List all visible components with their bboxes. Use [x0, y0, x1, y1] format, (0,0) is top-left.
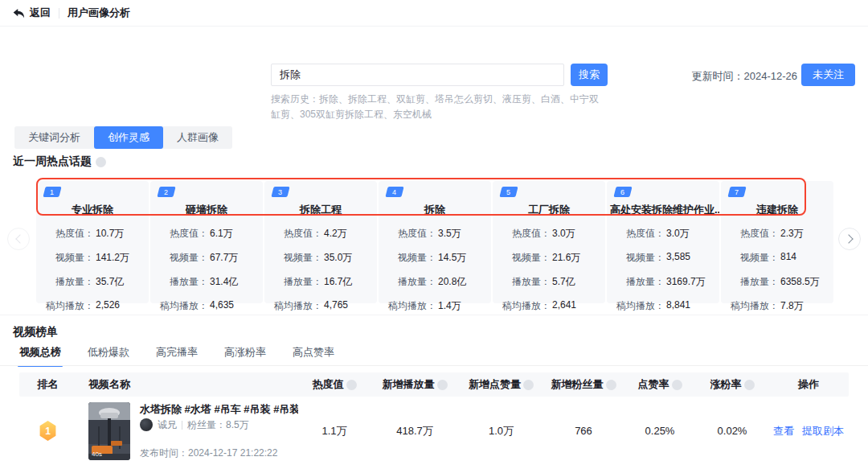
page-title: 用户画像分析: [68, 6, 130, 20]
info-icon: [523, 380, 534, 390]
col-new-likes: 新增点赞量: [459, 377, 543, 392]
cell-new-plays: 418.7万: [371, 424, 459, 438]
topic-rank-badge: 1: [43, 187, 61, 197]
carousel-prev-button[interactable]: [7, 228, 30, 250]
tab-low-fans-hit[interactable]: 低粉爆款: [88, 345, 129, 367]
chevron-right-icon: [844, 234, 853, 243]
topic-rank-badge: 5: [499, 187, 518, 197]
info-icon: [672, 380, 682, 390]
author-name: 诚兄: [158, 418, 177, 432]
back-label: 返回: [30, 6, 51, 20]
table-header: 排名 视频名称 热度值 新增播放量 新增点赞量 新增粉丝量 点赞率 涨粉率 操作: [19, 372, 849, 397]
topic-title: 工厂拆除: [493, 203, 605, 217]
tab-high-completion[interactable]: 高完播率: [156, 345, 198, 367]
topic-rank-badge: 2: [157, 187, 175, 197]
search-input[interactable]: [271, 64, 564, 86]
author-avatar: [140, 418, 153, 431]
back-arrow-icon: [13, 8, 25, 19]
info-icon: [744, 380, 755, 390]
duration-label: 40s: [92, 451, 102, 458]
topic-rank-badge: 4: [385, 187, 403, 197]
author-separator: [182, 421, 182, 430]
cell-fans-rate: 0.02%: [696, 425, 768, 437]
section-divider: [0, 315, 868, 315]
view-link[interactable]: 查看: [773, 424, 794, 438]
chevron-left-icon: [15, 234, 24, 243]
update-time: 更新时间：2024-12-26: [692, 69, 798, 84]
topic-card-4[interactable]: 4 拆除 热度值：3.5万 视频量：14.5万 播放量：20.8亿 稿均播放：1…: [379, 181, 491, 303]
topic-title: 砸墙拆除: [150, 203, 263, 217]
info-icon: [96, 157, 106, 167]
info-icon: [437, 380, 448, 390]
topic-card-2[interactable]: 2 砸墙拆除 热度值：6.1万 视频量：67.7万 播放量：31.4亿 稿均播放…: [150, 181, 263, 303]
tabs-border: [0, 365, 868, 366]
cell-like-rate: 0.25%: [624, 425, 696, 437]
col-new-fans: 新增粉丝量: [543, 377, 624, 392]
tab-keyword-analysis[interactable]: 关键词分析: [14, 126, 94, 149]
search-history: 搜索历史：拆除、拆除工程、双缸剪、塔吊怎么剪切、液压剪、白酒、中宁双缸剪、305…: [271, 92, 600, 122]
cell-new-likes: 1.0万: [459, 424, 543, 438]
video-thumbnail[interactable]: 40s: [88, 402, 130, 460]
info-icon: [346, 380, 357, 390]
topbar: 返回 用户画像分析: [0, 0, 868, 27]
follow-button[interactable]: 未关注: [801, 64, 855, 86]
col-heat: 热度值: [298, 377, 371, 392]
cell-new-fans: 766: [543, 425, 624, 437]
topic-card-6[interactable]: 6 高处安装拆除维护作业... 热度值：3.0万 视频量：3,585 播放量：3…: [607, 181, 719, 303]
table-row: 1 40s 水塔拆除 #水塔 #吊车 #吊装 #吊装人 #安全: [19, 397, 849, 465]
hot-topics-title: 近一周热点话题: [13, 154, 106, 169]
topic-title: 违建拆除: [721, 203, 833, 217]
publish-time: 发布时间：2024-12-17 21:22:22: [140, 446, 298, 460]
extract-script-link[interactable]: 提取剧本: [802, 424, 844, 438]
hot-topics-title-text: 近一周热点话题: [13, 154, 92, 169]
video-section-title-text: 视频榜单: [13, 325, 58, 339]
col-rank: 排名: [19, 377, 76, 392]
tab-crowd-profile[interactable]: 人群画像: [163, 126, 232, 149]
tab-creation-inspiration[interactable]: 创作灵感: [94, 126, 163, 149]
topbar-divider: [59, 8, 59, 19]
topic-rank-badge: 3: [271, 187, 289, 197]
topic-card-3[interactable]: 3 拆除工程 热度值：4.2万 视频量：35.0万 播放量：16.7亿 稿均播放…: [264, 181, 377, 303]
topic-rank-badge: 7: [727, 187, 746, 197]
col-fans-rate: 涨粉率: [696, 377, 768, 392]
back-button[interactable]: 返回: [13, 6, 51, 20]
video-title-text: 水塔拆除 #水塔 #吊车 #吊装 #吊装人 #安全: [140, 402, 298, 417]
carousel-next-button[interactable]: [838, 228, 861, 250]
topic-title: 专业拆除: [36, 203, 149, 217]
info-icon: [606, 380, 616, 390]
topic-rank-badge: 6: [613, 187, 632, 197]
tab-video-overall[interactable]: 视频总榜: [19, 345, 61, 367]
rank-badge: 1: [39, 421, 57, 441]
topic-card-1[interactable]: 1 专业拆除 热度值：10.7万 视频量：141.2万 播放量：35.7亿 稿均…: [36, 181, 149, 303]
topic-card-5[interactable]: 5 工厂拆除 热度值：3.0万 视频量：21.6万 播放量：5.7亿 稿均播放：…: [493, 181, 605, 303]
video-tabs: 视频总榜 低粉爆款 高完播率 高涨粉率 高点赞率: [19, 345, 334, 367]
tab-high-like-rate[interactable]: 高点赞率: [293, 345, 334, 367]
cell-heat: 1.1万: [298, 424, 371, 438]
author-fans: 粉丝量：8.5万: [187, 418, 249, 432]
tab-high-fans-growth[interactable]: 高涨粉率: [224, 345, 266, 367]
hot-topic-cards: 1 专业拆除 热度值：10.7万 视频量：141.2万 播放量：35.7亿 稿均…: [36, 181, 833, 303]
col-video-name: 视频名称: [76, 377, 298, 392]
video-section-title: 视频榜单: [13, 325, 58, 339]
topic-card-7[interactable]: 7 违建拆除 热度值：2.3万 视频量：814 播放量：6358.5万 稿均播放…: [721, 181, 833, 303]
col-new-plays: 新增播放量: [371, 377, 459, 392]
col-actions: 操作: [768, 377, 849, 392]
topic-title: 拆除: [379, 203, 491, 217]
topic-title: 高处安装拆除维护作业...: [607, 203, 719, 217]
search-button[interactable]: 搜索: [571, 64, 608, 86]
main-tabs: 关键词分析 创作灵感 人群画像: [14, 126, 232, 149]
topic-title: 拆除工程: [264, 203, 377, 217]
col-like-rate: 点赞率: [624, 377, 696, 392]
